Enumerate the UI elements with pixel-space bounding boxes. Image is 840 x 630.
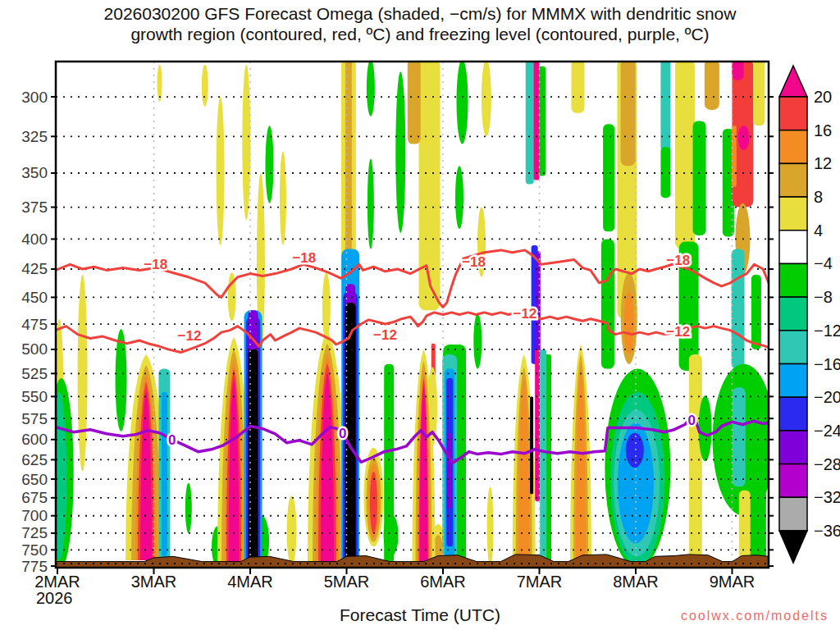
- shaded-region-green: [185, 483, 192, 533]
- dendritic-contour-minus18-label: −18: [666, 253, 690, 268]
- y-tick-label: 575: [21, 410, 48, 427]
- shaded-region-yellow: [202, 65, 208, 107]
- colorbar-segment-teal: [779, 331, 807, 364]
- x-tick-label: 5MAR: [324, 573, 370, 591]
- y-tick-label: 725: [21, 524, 48, 541]
- y-tick-label: 375: [21, 199, 48, 216]
- colorbar-label: 12: [814, 154, 832, 172]
- y-tick-label: 450: [21, 289, 48, 306]
- y-tick-label: 700: [21, 507, 48, 524]
- colorbar-segment-red: [779, 97, 807, 130]
- dendritic-contour-minus18-label: −18: [144, 257, 167, 272]
- colorbar-label: 4: [814, 221, 823, 240]
- shaded-column-green: [751, 275, 761, 349]
- shaded-region-yellow: [482, 59, 491, 136]
- colorbar-segment-violet: [779, 431, 807, 464]
- y-tick-label: 325: [21, 128, 48, 145]
- dendritic-contour-minus12-label: −12: [373, 327, 397, 343]
- y-tick-label: 400: [21, 231, 48, 248]
- colorbar-segment-gray: [779, 497, 807, 531]
- colorbar: 20161284−4−8−12−16−20−24−28−32−36: [779, 66, 840, 563]
- freezing-level-contour-label: 0: [168, 432, 176, 448]
- shaded-column-gold: [705, 59, 719, 110]
- shaded-region-yellow: [217, 97, 225, 245]
- colorbar-label: −28: [814, 455, 840, 473]
- shaded-region-green: [116, 329, 127, 431]
- shaded-column-yellow: [572, 59, 585, 113]
- y-tick-label: 425: [21, 260, 48, 277]
- x-tick-label: 8MAR: [613, 573, 659, 591]
- colorbar-segment-cyan: [779, 364, 807, 398]
- colorbar-label: −8: [814, 288, 833, 306]
- shaded-column-green: [693, 121, 706, 235]
- shaded-column-teal: [526, 59, 534, 184]
- shaded-column-teal: [660, 59, 670, 151]
- shaded-region-green: [455, 166, 463, 229]
- y-tick-label: 525: [21, 365, 48, 382]
- shaded-region-green: [367, 59, 375, 116]
- dendritic-contour-minus12-label: −12: [513, 306, 536, 322]
- y-tick-label: 650: [21, 471, 48, 488]
- shaded-region-spring: [52, 392, 66, 560]
- x-tick-label: 4MAR: [227, 573, 273, 591]
- colorbar-top-triangle: [779, 66, 807, 97]
- freezing-level-contour-label: 0: [687, 413, 695, 428]
- shaded-column-yellow: [419, 59, 441, 310]
- colorbar-segment-gold: [779, 163, 807, 197]
- y-tick-label: 300: [21, 89, 48, 106]
- shaded-region-green: [368, 159, 374, 249]
- colorbar-bottom-triangle: [779, 531, 807, 563]
- y-tick-label: 475: [21, 316, 48, 333]
- colorbar-label: −4: [814, 254, 833, 272]
- shaded-column-green: [603, 124, 614, 231]
- shaded-column-teal: [733, 387, 746, 486]
- x-tick-label: 3MAR: [131, 573, 177, 591]
- shaded-column-teal: [540, 349, 546, 564]
- shaded-region-green: [266, 126, 274, 203]
- colorbar-label: −16: [814, 355, 840, 373]
- y-tick-label: 625: [21, 451, 48, 468]
- shaded-column-black: [530, 396, 533, 494]
- shaded-column-gold: [408, 59, 421, 144]
- shaded-region-yellow: [287, 495, 297, 566]
- shaded-column-yellow: [753, 59, 765, 126]
- colorbar-segment-yellow: [779, 197, 807, 231]
- watermark-text: coolwx.com/modelts: [681, 609, 829, 623]
- shaded-column-yellow: [675, 59, 695, 249]
- colorbar-label: −32: [814, 488, 840, 506]
- x-tick-label: 9MAR: [710, 573, 756, 591]
- shaded-region-orange: [624, 292, 634, 354]
- colorbar-label: 20: [814, 88, 832, 106]
- x-tick-label: 6MAR: [420, 573, 466, 591]
- shaded-region-green: [699, 395, 712, 461]
- colorbar-label: −12: [814, 322, 840, 340]
- colorbar-segment-spring: [779, 297, 807, 331]
- colorbar-segment-purple: [779, 464, 807, 498]
- shaded-region-pink: [738, 126, 750, 150]
- shaded-region-blue: [626, 433, 644, 468]
- shaded-column-cyan: [162, 392, 167, 556]
- x-tick-label: 2MAR: [34, 573, 80, 591]
- colorbar-label: 8: [814, 188, 823, 206]
- x-axis-year-label: 2026: [36, 589, 73, 607]
- shaded-region-green: [457, 59, 468, 144]
- y-tick-label: 550: [21, 388, 48, 405]
- dendritic-contour-minus12-label: −12: [666, 324, 690, 340]
- colorbar-segment-green: [779, 263, 807, 297]
- dendritic-contour-minus18-label: −18: [292, 250, 316, 266]
- y-tick-label: 750: [21, 541, 48, 559]
- shaded-region-yellow: [487, 486, 494, 566]
- y-tick-label: 500: [21, 340, 48, 358]
- shaded-region-green: [473, 313, 482, 368]
- shaded-column-teal: [732, 249, 745, 368]
- x-tick-label: 7MAR: [517, 573, 563, 591]
- omega-cross-section-chart: −18−18−18−18−12−12−12−120003003253503754…: [0, 0, 840, 630]
- colorbar-label: −20: [814, 388, 840, 406]
- colorbar-segment-blue: [779, 397, 807, 431]
- shaded-column-black: [345, 303, 356, 562]
- shaded-region-green: [395, 71, 405, 233]
- colorbar-segment-white: [779, 231, 807, 264]
- shaded-region-red: [370, 472, 377, 534]
- shaded-region-yellow: [322, 272, 331, 341]
- shaded-column-pink: [533, 59, 539, 180]
